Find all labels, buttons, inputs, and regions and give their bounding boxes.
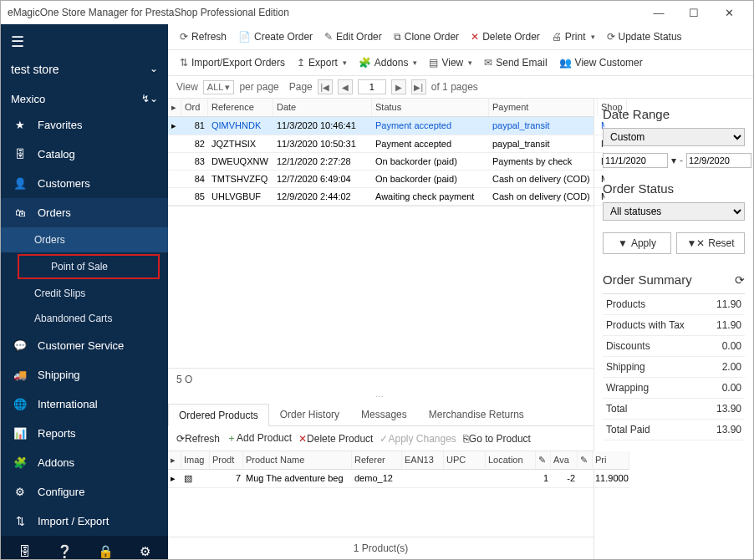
tab-order-history[interactable]: Order History (269, 403, 350, 425)
col-reference[interactable]: Reference (208, 99, 273, 116)
col-ean13[interactable]: EAN13 (402, 451, 444, 470)
order-reference: JQZTHSIX (208, 135, 273, 153)
sidebar-label: Addons (38, 456, 74, 469)
send-email-button[interactable]: ✉Send Email (481, 55, 550, 70)
per-page-dropdown[interactable]: ALL ▾ (203, 80, 235, 94)
sidebar-label: Favorites (38, 119, 82, 131)
view-customer-button[interactable]: 👥View Customer (556, 55, 646, 70)
store-selector[interactable]: test store ⌄ (1, 59, 168, 88)
person-icon: 👤 (13, 177, 28, 190)
create-order-button[interactable]: 📄Create Order (235, 29, 316, 44)
col-order-id[interactable]: Ord (181, 99, 208, 116)
col-date[interactable]: Date (273, 99, 372, 116)
date-range-mode[interactable]: Custom (603, 128, 745, 146)
sidebar-item-orders[interactable]: 🛍Orders (1, 198, 168, 227)
sidebar-item-customers[interactable]: 👤Customers (1, 169, 168, 198)
tab-ordered-products[interactable]: Ordered Products (168, 404, 269, 426)
col-referer[interactable]: Referer (352, 451, 402, 470)
order-row[interactable]: ▸81QIMVHNDK11/3/2020 10:46:41Payment acc… (168, 117, 594, 135)
apply-button[interactable]: ▼Apply (603, 232, 671, 254)
sidebar-item-configure[interactable]: ⚙Configure (1, 477, 168, 507)
order-status: On backorder (paid) (372, 153, 489, 171)
summary-row: Products11.90 (603, 294, 745, 315)
export-button[interactable]: ↥Export (293, 55, 350, 70)
tab-messages[interactable]: Messages (350, 403, 418, 425)
products-refresh-button[interactable]: ⟳Refresh (176, 433, 220, 445)
sidebar-item-favorites[interactable]: ★Favorites (1, 110, 168, 140)
sidebar-sub-credit-slips[interactable]: Credit Slips (1, 281, 168, 306)
reset-button[interactable]: ▼✕Reset (676, 232, 745, 254)
col-image[interactable]: Imag (181, 451, 210, 470)
delete-order-button[interactable]: ✕Delete Order (467, 29, 543, 44)
order-status: Awaiting check payment (372, 188, 489, 206)
col-payment[interactable]: Payment (489, 99, 598, 116)
col-edit-icon[interactable]: ✎ (578, 451, 593, 470)
sidebar-item-customer-service[interactable]: 💬Customer Service (1, 331, 168, 360)
summary-label: Wrapping (606, 382, 649, 394)
maximize-button[interactable]: ☐ (676, 1, 711, 24)
summary-row: Wrapping0.00 (603, 378, 745, 399)
country-selector[interactable]: Mexico ↯⌄ (1, 88, 168, 110)
sidebar-item-international[interactable]: 🌐International (1, 389, 168, 419)
col-status[interactable]: Status (372, 99, 489, 116)
order-row[interactable]: 82JQZTHSIX11/3/2020 10:50:31Payment acce… (168, 135, 594, 153)
minimize-button[interactable]: — (641, 1, 676, 24)
sidebar-item-addons[interactable]: 🧩Addons (1, 448, 168, 477)
order-row[interactable]: 85UHLVGBUF12/9/2020 2:44:02Awaiting chec… (168, 188, 594, 206)
order-status-select[interactable]: All statuses (603, 202, 745, 221)
puzzle-icon: 🧩 (359, 57, 371, 69)
orders-grid: ▸ Ord Reference Date Status Payment Shop… (168, 99, 594, 206)
summary-refresh-icon[interactable]: ⟳ (735, 273, 745, 287)
col-qty-icon[interactable]: ✎ (536, 451, 551, 470)
gear-icon[interactable]: ⚙ (140, 544, 150, 559)
prev-page-button[interactable]: ◀ (338, 79, 353, 94)
col-location[interactable]: Location (486, 451, 536, 470)
clone-order-button[interactable]: ⧉Clone Order (390, 29, 462, 44)
import-export-icon: ⇅ (13, 515, 28, 527)
order-id: 81 (181, 117, 208, 135)
mail-icon: ✉ (484, 57, 492, 69)
add-product-button[interactable]: ＋Add Product (227, 431, 292, 445)
sidebar-sub-abandoned-carts[interactable]: Abandoned Carts (1, 306, 168, 331)
tab-merchandise-returns[interactable]: Merchandise Returns (418, 403, 535, 425)
edit-order-button[interactable]: ✎Edit Order (321, 29, 385, 44)
subtabs: Ordered Products Order History Messages … (168, 403, 594, 426)
col-product-name[interactable]: Product Name (243, 451, 352, 470)
sidebar-sub-orders[interactable]: Orders (1, 227, 168, 252)
col-prod-id[interactable]: Prodt (210, 451, 243, 470)
archive-icon[interactable]: 🗄 (18, 544, 31, 559)
col-upc[interactable]: UPC (444, 451, 486, 470)
import-export-orders-button[interactable]: ⇅Import/Export Orders (176, 55, 288, 70)
sidebar-label: Customer Service (38, 339, 124, 352)
page-input[interactable] (358, 79, 386, 94)
next-page-button[interactable]: ▶ (391, 79, 406, 94)
last-page-button[interactable]: ▶| (411, 79, 426, 94)
col-available[interactable]: Ava (551, 451, 578, 470)
update-status-button[interactable]: ⟳Update Status (604, 29, 685, 44)
date-from-input[interactable] (603, 153, 668, 168)
sidebar-item-catalog[interactable]: 🗄Catalog (1, 140, 168, 169)
sidebar-item-import-export[interactable]: ⇅Import / Export (1, 507, 168, 536)
product-row[interactable]: ▸ ▧ 7 Mug The adventure beg demo_12 1 -2… (168, 470, 594, 488)
close-button[interactable]: ✕ (711, 1, 746, 24)
view-button[interactable]: ▤View (425, 55, 476, 70)
hamburger-icon[interactable]: ☰ (1, 24, 168, 59)
lock-icon[interactable]: 🔒 (98, 544, 114, 559)
splitter-handle[interactable]: ⋯ (168, 390, 594, 403)
first-page-button[interactable]: |◀ (318, 79, 333, 94)
go-to-product-button[interactable]: ⎘Go to Product (463, 433, 531, 445)
order-row[interactable]: 84TMTSHVZFQ12/7/2020 6:49:04On backorder… (168, 171, 594, 188)
refresh-button[interactable]: ⟳Refresh (176, 29, 230, 44)
order-row[interactable]: 83DWEUQXNW12/1/2020 2:27:28On backorder … (168, 153, 594, 171)
sidebar-item-reports[interactable]: 📊Reports (1, 419, 168, 448)
sidebar-sub-point-of-sale[interactable]: Point of Sale (18, 254, 160, 279)
sidebar-item-shipping[interactable]: 🚚Shipping (1, 360, 168, 389)
date-to-input[interactable] (686, 153, 751, 168)
print-button[interactable]: 🖨Print (548, 29, 599, 44)
order-status-title: Order Status (603, 181, 745, 196)
help-icon[interactable]: ❔ (57, 544, 73, 559)
delete-product-button[interactable]: ✕Delete Product (298, 433, 373, 445)
apply-changes-button: ✓Apply Changes (380, 433, 456, 445)
dropdown-icon[interactable]: ▾ (671, 155, 676, 166)
addons-toolbar-button[interactable]: 🧩Addons (355, 55, 421, 70)
